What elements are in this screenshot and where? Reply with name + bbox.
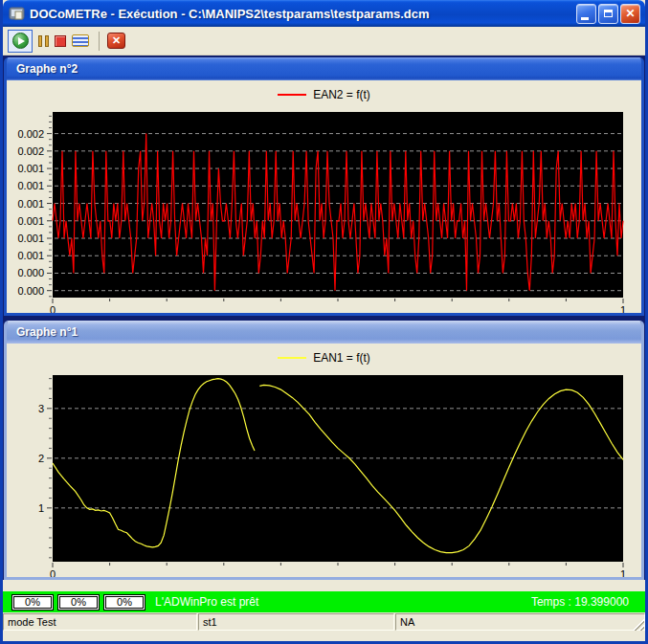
minimize-icon	[581, 17, 589, 20]
app-icon	[9, 7, 25, 21]
abort-icon: ✕	[107, 33, 125, 49]
progress-box-1: 0%	[11, 594, 54, 611]
stop-button[interactable]	[55, 30, 66, 53]
graph2-legend: EAN2 = f(t)	[7, 80, 641, 108]
app-window: DOCoMETRe - Exécution - C:\MANIPS2\testp…	[0, 0, 648, 644]
graph1-legend-swatch	[278, 357, 306, 359]
svg-text:0.001: 0.001	[17, 163, 44, 174]
svg-text:0.000: 0.000	[17, 267, 44, 278]
graph2-legend-label: EAN2 = f(t)	[313, 88, 370, 101]
graph2-window: Graphe n°2 EAN2 = f(t) 0.0000.0000.0010.…	[4, 57, 644, 316]
resize-grip[interactable]	[632, 618, 644, 631]
svg-text:0.001: 0.001	[17, 198, 44, 210]
svg-text:0.002: 0.002	[17, 145, 44, 157]
window-title: DOCoMETRe - Exécution - C:\MANIPS2\testp…	[30, 7, 574, 21]
mdi-area: Graphe n°2 EAN2 = f(t) 0.0000.0000.0010.…	[3, 56, 645, 580]
title-bar[interactable]: DOCoMETRe - Exécution - C:\MANIPS2\testp…	[3, 0, 645, 27]
maximize-button[interactable]	[598, 4, 618, 24]
svg-text:0.000: 0.000	[17, 285, 44, 297]
minimize-button[interactable]	[576, 4, 596, 24]
svg-text:0.001: 0.001	[17, 215, 44, 227]
graph1-title: Graphe n°1	[16, 325, 78, 339]
status-bar: mode Test st1 NA	[3, 612, 645, 632]
svg-text:2: 2	[38, 453, 44, 464]
svg-text:0.001: 0.001	[17, 233, 44, 244]
svg-text:1: 1	[620, 568, 626, 577]
svg-text:1: 1	[620, 304, 626, 313]
graph1-title-bar[interactable]: Graphe n°1	[7, 321, 641, 344]
graph2-body: EAN2 = f(t) 0.0000.0000.0010.0010.0010.0…	[7, 80, 641, 313]
svg-text:0: 0	[50, 304, 56, 313]
display-icon	[72, 34, 89, 47]
stop-icon	[55, 35, 66, 47]
toolbar: ✕	[3, 27, 645, 56]
close-button[interactable]: ✕	[620, 4, 640, 24]
svg-text:0.001: 0.001	[17, 250, 44, 261]
abort-button[interactable]: ✕	[107, 30, 125, 53]
svg-text:0: 0	[50, 568, 56, 577]
status-section-state: st1	[198, 613, 394, 631]
start-button[interactable]	[8, 30, 33, 53]
pause-button[interactable]	[38, 30, 49, 53]
close-icon: ✕	[625, 8, 635, 19]
svg-text:3: 3	[38, 403, 44, 414]
svg-text:0.002: 0.002	[17, 128, 44, 140]
maximize-icon	[604, 10, 613, 17]
graph2-title: Graphe n°2	[16, 62, 78, 76]
graph1-body: EAN1 = f(t) 12301	[7, 344, 641, 577]
graph2-legend-swatch	[278, 94, 306, 96]
green-status-bar: 0% 0% 0% L'ADWinPro est prêt Temps : 19.…	[3, 591, 645, 612]
pause-icon	[38, 35, 49, 47]
adwin-status-message: L'ADWinPro est prêt	[155, 595, 531, 609]
graph1-legend-label: EAN1 = f(t)	[313, 351, 370, 365]
progress-box-3: 0%	[103, 594, 145, 611]
spacer-strip	[3, 585, 645, 591]
play-icon	[12, 33, 29, 49]
status-section-mode: mode Test	[3, 613, 197, 631]
graph2-plot: 0.0000.0000.0010.0010.0010.0010.0010.001…	[7, 108, 641, 313]
svg-text:0.001: 0.001	[17, 180, 44, 191]
progress-box-2: 0%	[57, 594, 100, 611]
status-section-info: NA	[395, 613, 645, 631]
graph1-plot: 12301	[7, 371, 641, 577]
graph1-legend: EAN1 = f(t)	[7, 344, 641, 371]
graph1-window: Graphe n°1 EAN1 = f(t) 12301	[4, 321, 644, 580]
toolbar-separator	[99, 32, 100, 51]
svg-text:1: 1	[38, 502, 44, 514]
graph2-title-bar[interactable]: Graphe n°2	[7, 57, 641, 80]
display-button[interactable]	[72, 30, 89, 53]
time-label: Temps : 19.399000	[531, 595, 629, 609]
